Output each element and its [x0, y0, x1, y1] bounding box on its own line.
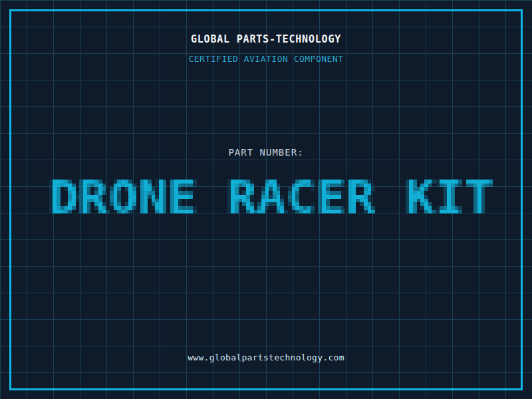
certification-tagline: CERTIFIED AVIATION COMPONENT	[0, 54, 532, 64]
blueprint-label-page: { "header": { "company": "GLOBAL PARTS-T…	[0, 0, 532, 399]
part-number-display	[45, 168, 500, 229]
company-name: GLOBAL PARTS-TECHNOLOGY	[0, 33, 532, 45]
part-number-row	[0, 168, 532, 229]
website-url: www.globalpartstechnology.com	[0, 352, 532, 362]
part-number-label: PART NUMBER:	[0, 147, 532, 158]
